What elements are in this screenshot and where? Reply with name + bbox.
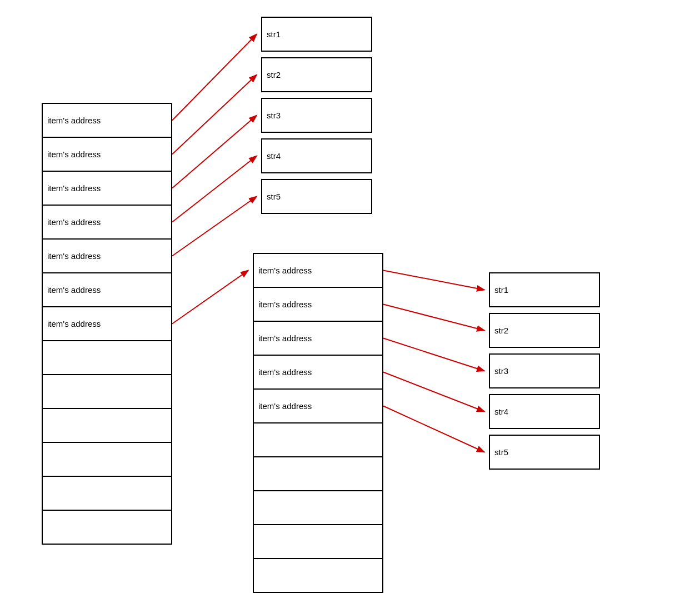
- mid-array-item: [253, 456, 383, 491]
- left-item-label-5: item's address: [47, 285, 101, 295]
- mid-array-item: item's address: [253, 287, 383, 322]
- left-item-label-4: item's address: [47, 251, 101, 261]
- right-str-item-2: str3: [489, 353, 600, 388]
- svg-line-7: [383, 271, 484, 290]
- left-item-label-6: item's address: [47, 319, 101, 328]
- mid-item-label-1: item's address: [258, 300, 312, 309]
- mid-array-item: item's address: [253, 388, 383, 423]
- top-str-item-4: str5: [261, 179, 372, 214]
- right-str-label-4: str5: [494, 447, 508, 457]
- top-str-label-2: str3: [267, 111, 281, 120]
- mid-array: item's addressitem's addressitem's addre…: [253, 253, 383, 592]
- left-item-label-3: item's address: [47, 217, 101, 227]
- svg-line-4: [172, 156, 257, 222]
- left-array-item: [42, 374, 172, 409]
- top-str-item-2: str3: [261, 98, 372, 133]
- top-str-item-0: str1: [261, 17, 372, 52]
- left-array-item: item's address: [42, 272, 172, 307]
- top-str-label-3: str4: [267, 151, 281, 161]
- left-array-item: item's address: [42, 137, 172, 172]
- mid-array-item: [253, 558, 383, 593]
- top-str-item-3: str4: [261, 138, 372, 173]
- right-str-item-4: str5: [489, 435, 600, 470]
- mid-item-label-2: item's address: [258, 333, 312, 343]
- mid-array-item: item's address: [253, 355, 383, 390]
- left-item-label-2: item's address: [47, 183, 101, 193]
- right-str-label-3: str4: [494, 407, 508, 416]
- left-array-item: item's address: [42, 238, 172, 273]
- left-item-label-1: item's address: [47, 150, 101, 159]
- left-array-item: item's address: [42, 103, 172, 138]
- right-str-label-0: str1: [494, 285, 508, 295]
- left-item-label-0: item's address: [47, 116, 101, 125]
- svg-line-6: [172, 271, 248, 324]
- right-str-label-2: str3: [494, 366, 508, 376]
- right-str-item-3: str4: [489, 394, 600, 429]
- mid-item-label-3: item's address: [258, 367, 312, 377]
- left-array-item: [42, 408, 172, 443]
- left-array-item: item's address: [42, 306, 172, 341]
- mid-item-label-4: item's address: [258, 401, 312, 411]
- left-array-item: [42, 442, 172, 477]
- svg-line-1: [172, 34, 257, 121]
- svg-line-9: [383, 338, 484, 371]
- mid-array-item: [253, 422, 383, 457]
- left-array-item: item's address: [42, 205, 172, 240]
- mid-item-label-0: item's address: [258, 266, 312, 275]
- top-str-group: str1str2str3str4str5: [261, 17, 372, 220]
- top-str-label-1: str2: [267, 70, 281, 79]
- svg-line-8: [383, 305, 484, 331]
- left-array: item's addressitem's addressitem's addre…: [42, 103, 172, 544]
- right-str-group: str1str2str3str4str5: [489, 272, 600, 475]
- top-str-label-0: str1: [267, 29, 281, 39]
- left-array-item: [42, 476, 172, 511]
- right-str-label-1: str2: [494, 326, 508, 335]
- top-str-item-1: str2: [261, 57, 372, 92]
- svg-line-2: [172, 75, 257, 155]
- left-array-item: [42, 340, 172, 375]
- left-array-item: [42, 510, 172, 545]
- svg-line-5: [172, 197, 257, 256]
- mid-array-item: item's address: [253, 253, 383, 288]
- svg-line-3: [172, 116, 257, 188]
- svg-line-10: [383, 372, 484, 412]
- right-str-item-1: str2: [489, 313, 600, 348]
- mid-array-item: item's address: [253, 321, 383, 356]
- mid-array-item: [253, 490, 383, 525]
- right-str-item-0: str1: [489, 272, 600, 307]
- left-array-item: item's address: [42, 171, 172, 206]
- top-str-label-4: str5: [267, 192, 281, 201]
- svg-line-11: [383, 406, 484, 452]
- mid-array-item: [253, 524, 383, 559]
